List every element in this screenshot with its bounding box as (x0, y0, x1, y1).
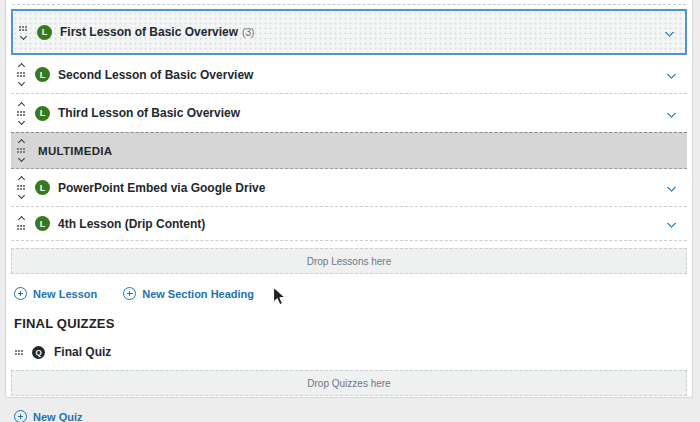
lesson-title: Second Lesson of Basic Overview (58, 68, 253, 82)
drag-handle-icon[interactable] (15, 350, 23, 355)
drag-handle-icon[interactable] (19, 26, 27, 31)
drag-handle-icon[interactable] (17, 185, 25, 190)
move-down-icon[interactable] (17, 192, 24, 199)
row-controls (11, 64, 31, 85)
new-section-heading-label: New Section Heading (142, 288, 254, 300)
lesson-icon: L (37, 25, 52, 40)
chevron-down-icon[interactable] (667, 183, 677, 193)
new-section-heading-button[interactable]: New Section Heading (123, 287, 254, 300)
row-controls (13, 26, 33, 39)
move-down-icon[interactable] (17, 79, 24, 86)
chevron-down-icon[interactable] (665, 27, 675, 37)
chevron-down-icon[interactable] (667, 219, 677, 229)
lesson-icon: L (35, 106, 50, 121)
drop-lessons-label: Drop Lessons here (307, 256, 392, 267)
move-up-icon[interactable] (17, 101, 24, 108)
lesson-icon: L (35, 216, 50, 231)
move-up-icon[interactable] (17, 139, 24, 146)
move-up-icon[interactable] (17, 176, 24, 183)
section-heading-row-multimedia[interactable]: MULTIMEDIA (11, 132, 687, 169)
drop-quizzes-label: Drop Quizzes here (307, 378, 390, 389)
drop-quizzes-zone[interactable]: Drop Quizzes here (11, 370, 687, 396)
move-up-icon[interactable] (17, 216, 24, 223)
lesson-title: First Lesson of Basic Overview (60, 25, 238, 39)
plus-circle-icon (14, 410, 27, 422)
drag-handle-icon[interactable] (17, 72, 25, 77)
final-quizzes-heading: FINAL QUIZZES (14, 316, 687, 331)
drag-handle-icon[interactable] (17, 148, 25, 153)
plus-circle-icon (123, 287, 136, 300)
quiz-row-final-quiz[interactable]: Q Final Quiz (15, 341, 687, 363)
move-up-icon[interactable] (17, 63, 24, 70)
lesson-title: PowerPoint Embed via Google Drive (58, 181, 265, 195)
drag-handle-icon[interactable] (17, 111, 25, 116)
lesson-icon: L (35, 180, 50, 195)
move-down-icon[interactable] (19, 32, 26, 39)
quiz-actions: New Quiz (14, 407, 687, 422)
lesson-row-first[interactable]: L First Lesson of Basic Overview (3) (11, 9, 687, 55)
lesson-row-second[interactable]: L Second Lesson of Basic Overview (11, 56, 687, 94)
lesson-row-fourth[interactable]: L 4th Lesson (Drip Content) (11, 207, 687, 241)
lesson-title: Third Lesson of Basic Overview (58, 106, 240, 120)
row-controls (11, 103, 31, 124)
move-down-icon[interactable] (17, 155, 24, 162)
chevron-down-icon[interactable] (667, 108, 677, 118)
row-controls (11, 217, 31, 230)
row-controls (11, 140, 31, 161)
quiz-icon: Q (32, 346, 45, 359)
lesson-row-third[interactable]: L Third Lesson of Basic Overview (11, 94, 687, 132)
lesson-title: 4th Lesson (Drip Content) (58, 217, 205, 231)
plus-circle-icon (14, 287, 27, 300)
new-quiz-button[interactable]: New Quiz (14, 410, 83, 422)
lesson-icon: L (35, 67, 50, 82)
row-controls (11, 177, 31, 198)
new-quiz-label: New Quiz (33, 411, 83, 422)
course-builder-panel: L First Lesson of Basic Overview (3) L S… (5, 0, 693, 398)
new-lesson-button[interactable]: New Lesson (14, 287, 97, 300)
lesson-topic-count: (3) (242, 27, 254, 38)
move-down-icon[interactable] (17, 117, 24, 124)
lesson-row-powerpoint[interactable]: L PowerPoint Embed via Google Drive (11, 169, 687, 207)
drag-handle-icon[interactable] (17, 225, 25, 230)
section-heading-label: MULTIMEDIA (38, 145, 112, 157)
chevron-down-icon[interactable] (667, 70, 677, 80)
lesson-actions: New Lesson New Section Heading (14, 284, 687, 303)
new-lesson-label: New Lesson (33, 288, 97, 300)
top-drop-divider (12, 4, 686, 5)
drop-lessons-zone[interactable]: Drop Lessons here (11, 248, 687, 274)
quiz-title: Final Quiz (54, 345, 111, 359)
